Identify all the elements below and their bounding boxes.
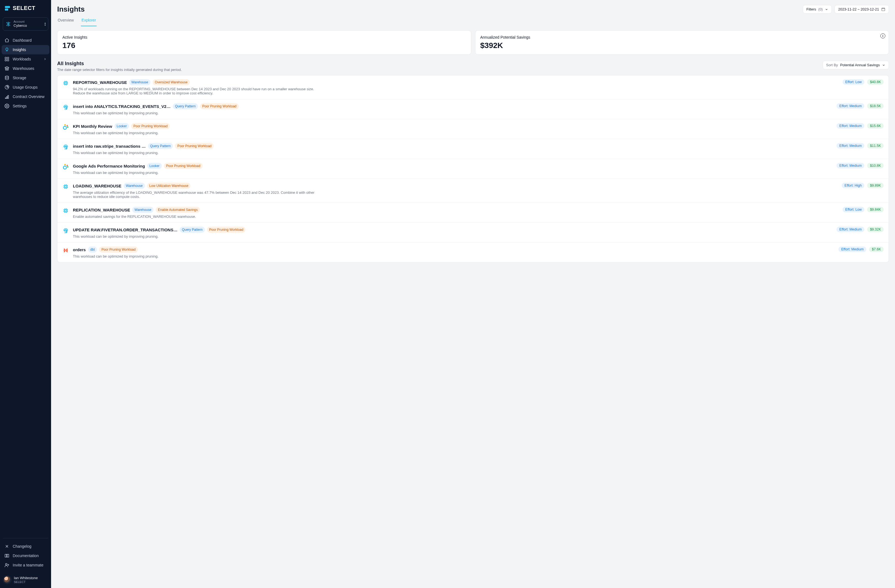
invite-icon bbox=[5, 562, 9, 568]
fingerprint-icon bbox=[62, 144, 69, 150]
home-icon bbox=[5, 38, 9, 43]
sidebar: SELECT Account Cyberco ▴▾ DashboardInsig… bbox=[0, 0, 51, 588]
insight-row[interactable]: insert into ANALYTICS.TRACKING_EVENTS_V2… bbox=[58, 99, 889, 119]
insight-row[interactable]: UPDATE RAW.FIVETRAN.ORDER_TRANSACTIONS…Q… bbox=[58, 223, 889, 242]
sidebar-item-settings[interactable]: Settings bbox=[2, 101, 49, 111]
insight-row[interactable]: ordersdbtPoor Pruning WorkloadThis workl… bbox=[58, 242, 889, 262]
insight-title: insert into ANALYTICS.TRACKING_EVENTS_V2… bbox=[73, 104, 171, 109]
sidebar-item-contract[interactable]: Contract Overview bbox=[2, 92, 49, 101]
sidebar-item-documentation[interactable]: Documentation bbox=[2, 551, 49, 561]
sidebar-item-dashboard[interactable]: Dashboard bbox=[2, 36, 49, 45]
sidebar-item-label: Workloads bbox=[13, 57, 31, 61]
date-range-text: 2023-11-22 ~ 2023-12-21 bbox=[838, 7, 879, 11]
insight-tag: Poor Pruning Workload bbox=[200, 103, 239, 109]
insight-tag: Poor Pruning Workload bbox=[164, 163, 203, 169]
sidebar-item-label: Invite a teammate bbox=[13, 563, 43, 567]
insight-tag: Warehouse bbox=[132, 207, 153, 213]
insight-title: orders bbox=[73, 247, 86, 252]
insight-title: REPORTING_WAREHOUSE bbox=[73, 80, 127, 85]
sidebar-item-usageGroups[interactable]: Usage Groups bbox=[2, 83, 49, 92]
insight-description: The average utilization efficiency of th… bbox=[73, 191, 327, 199]
insight-tag: Looker bbox=[115, 123, 129, 129]
savings-badge: $10.8K bbox=[867, 163, 884, 168]
stat-card-annual-savings: i Annualized Potential Savings $392K bbox=[475, 30, 889, 55]
svg-rect-17 bbox=[65, 186, 67, 188]
svg-rect-1 bbox=[5, 8, 8, 10]
cpu-icon bbox=[62, 183, 69, 190]
savings-badge: $9.89K bbox=[867, 183, 884, 188]
stat-label: Active Insights bbox=[62, 35, 466, 39]
date-range-button[interactable]: 2023-11-22 ~ 2023-12-21 bbox=[834, 5, 889, 14]
warehouse-icon bbox=[5, 66, 9, 71]
effort-badge: Effort: Medium bbox=[836, 227, 865, 232]
svg-point-7 bbox=[5, 76, 9, 77]
effort-badge: Effort: Medium bbox=[836, 123, 865, 129]
sidebar-item-warehouses[interactable]: Warehouses bbox=[2, 64, 49, 73]
account-org: Cyberco bbox=[14, 23, 27, 28]
account-switcher[interactable]: Account Cyberco ▴▾ bbox=[3, 17, 48, 31]
sidebar-item-workloads[interactable]: Workloads bbox=[2, 55, 49, 64]
stat-value: $392K bbox=[480, 41, 884, 50]
insight-title: KPI Monthly Review bbox=[73, 124, 112, 129]
dbt-icon bbox=[62, 247, 69, 254]
all-insights-title: All Insights bbox=[57, 61, 182, 67]
svg-rect-19 bbox=[65, 210, 67, 211]
insight-title: Google Ads Performance Monitoring bbox=[73, 164, 145, 168]
filters-label: Filters bbox=[806, 7, 816, 11]
insight-row[interactable]: REPORTING_WAREHOUSEWarehouseOversized Wa… bbox=[58, 75, 889, 99]
effort-badge: Effort: Medium bbox=[836, 163, 865, 168]
insight-row[interactable]: Google Ads Performance MonitoringLookerP… bbox=[58, 159, 889, 179]
all-insights-subtitle: The date range selector filters for insi… bbox=[57, 68, 182, 72]
svg-rect-9 bbox=[7, 97, 8, 99]
sidebar-divider bbox=[3, 538, 48, 538]
tab-overview[interactable]: Overview bbox=[57, 15, 74, 26]
effort-badge: Effort: Medium bbox=[836, 103, 865, 109]
contract-icon bbox=[5, 94, 9, 99]
effort-badge: Effort: Medium bbox=[839, 247, 866, 252]
tab-explorer[interactable]: Explorer bbox=[81, 15, 96, 26]
chevron-down-icon bbox=[882, 64, 885, 67]
svg-point-11 bbox=[6, 105, 8, 107]
user-menu[interactable]: Ian Whitestone SELECT bbox=[0, 573, 51, 588]
brand-name: SELECT bbox=[13, 5, 35, 11]
filters-button[interactable]: Filters (0) bbox=[803, 5, 832, 14]
tabs: OverviewExplorer bbox=[57, 15, 97, 26]
sidebar-item-label: Usage Groups bbox=[13, 85, 38, 89]
cpu-icon bbox=[62, 207, 69, 214]
sidebar-item-changelog[interactable]: Changelog bbox=[2, 542, 49, 551]
svg-point-12 bbox=[6, 564, 7, 565]
insight-tag: Low Utilization Warehouse bbox=[147, 183, 191, 189]
insight-row[interactable]: REPLICATION_WAREHOUSEWarehouseEnable Aut… bbox=[58, 203, 889, 223]
insight-row[interactable]: KPI Monthly ReviewLookerPoor Pruning Wor… bbox=[58, 119, 889, 139]
effort-badge: Effort: Low bbox=[843, 207, 865, 212]
effort-badge: Effort: Low bbox=[843, 79, 865, 85]
brand-logo-icon bbox=[5, 5, 11, 11]
effort-badge: Effort: Medium bbox=[836, 143, 865, 149]
sort-by-select[interactable]: Sort By Potential Annual Savings bbox=[823, 61, 889, 69]
insight-tag: Warehouse bbox=[129, 79, 150, 85]
insight-tag: Poor Pruning Workload bbox=[207, 227, 246, 233]
svg-rect-0 bbox=[5, 6, 10, 8]
insight-row[interactable]: insert into raw.stripe_transactions …Que… bbox=[58, 139, 889, 159]
chevron-right-icon bbox=[43, 58, 47, 61]
savings-badge: $7.6K bbox=[869, 247, 884, 252]
sort-by-value: Potential Annual Savings bbox=[840, 63, 880, 67]
sidebar-item-invite[interactable]: Invite a teammate bbox=[2, 561, 49, 570]
nav-footer: ChangelogDocumentationInvite a teammate bbox=[0, 541, 51, 573]
insight-description: Enable automated savings for the REPLICA… bbox=[73, 215, 327, 219]
insight-description: This workload can be optimized by improv… bbox=[73, 151, 327, 155]
savings-badge: $9.84K bbox=[867, 207, 884, 212]
sidebar-item-storage[interactable]: Storage bbox=[2, 73, 49, 83]
insight-tag: Poor Pruning Workload bbox=[131, 123, 170, 129]
insight-row[interactable]: LOADING_WAREHOUSEWarehouseLow Utilizatio… bbox=[58, 179, 889, 203]
sidebar-item-insights[interactable]: Insights bbox=[2, 45, 49, 55]
insight-description: This workload can be optimized by improv… bbox=[73, 111, 327, 115]
savings-badge: $15.6K bbox=[867, 123, 884, 129]
info-icon[interactable]: i bbox=[880, 33, 885, 38]
usage-icon bbox=[5, 85, 9, 90]
sort-by-label: Sort By bbox=[826, 63, 838, 67]
sidebar-item-label: Warehouses bbox=[13, 66, 34, 71]
stat-card-active-insights: Active Insights 176 bbox=[57, 30, 471, 55]
svg-rect-13 bbox=[882, 8, 885, 11]
fingerprint-icon bbox=[62, 227, 69, 234]
